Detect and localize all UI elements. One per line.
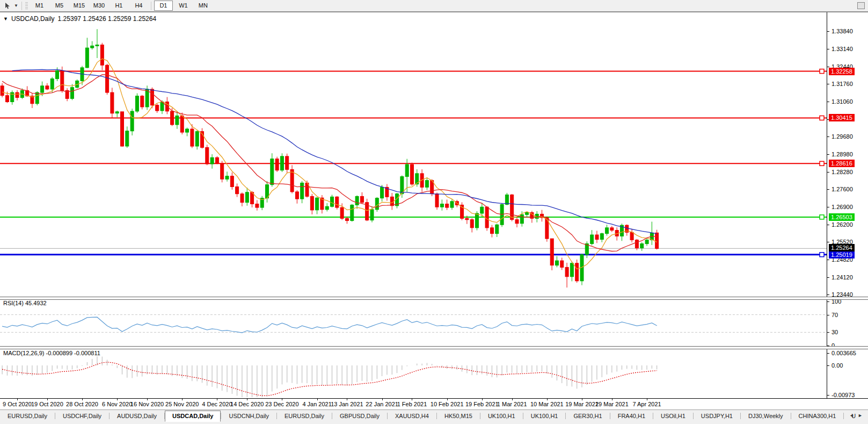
timeframe-toolbar: ▼ M1M5M15M30H1H4D1W1MN [0, 0, 868, 12]
moving-average-line [2, 75, 657, 251]
time-axis-tick [147, 399, 148, 400]
axis-tick-mark [827, 172, 829, 173]
hline-anchor [820, 215, 824, 219]
chart-tab-usdcnh-daily[interactable]: USDCNH,Daily [221, 411, 276, 422]
axis-tick-mark [827, 136, 829, 137]
price-level-chip: 1.30415 [829, 114, 855, 121]
axis-tick-mark [827, 301, 829, 302]
time-axis-label: 10 Feb 2021 [431, 401, 464, 407]
timeframe-button-mn[interactable]: MN [194, 1, 213, 11]
timeframe-button-m1[interactable]: M1 [30, 1, 49, 11]
time-axis-tick [282, 399, 282, 400]
axis-tick-mark [827, 395, 829, 396]
axis-tick-mark [827, 154, 829, 155]
macd-axis-label: 0.003665 [831, 350, 856, 356]
tab-scroll-right-icon[interactable]: ► [858, 413, 863, 418]
chart-tab-eurusd-daily[interactable]: EURUSD,Daily [277, 411, 332, 422]
time-axis-label: 6 Nov 2020 [102, 401, 132, 407]
time-axis-label: 23 Dec 2020 [265, 401, 298, 407]
time-axis-tick [547, 399, 548, 400]
time-axis-label: 19 Mar 2021 [565, 401, 599, 407]
time-axis-tick [482, 399, 483, 400]
cursor-tool-icon[interactable] [0, 1, 14, 11]
time-axis-label: 25 Nov 2020 [165, 401, 199, 407]
rsi-panel-splitter[interactable] [0, 297, 868, 300]
time-axis[interactable]: 9 Oct 202019 Oct 202028 Oct 20206 Nov 20… [0, 398, 868, 410]
timeframe-button-h4[interactable]: H4 [129, 1, 148, 11]
hline-anchor [820, 69, 824, 74]
time-axis-label: 14 Dec 2020 [230, 401, 264, 407]
price-axis-label: 1.31060 [831, 98, 853, 105]
macd-axis-label: -0.00973 [831, 392, 855, 398]
time-axis-tick [117, 399, 118, 400]
chart-symbol-period: USDCAD,Daily [11, 15, 55, 23]
axis-tick-mark [827, 365, 829, 366]
chart-tab-hk50-m15[interactable]: HK50,M15 [437, 411, 480, 422]
toolbar-grip-handle[interactable] [25, 2, 28, 10]
macd-panel-splitter[interactable] [0, 346, 868, 349]
chart-tab-gbpusd-daily[interactable]: GBPUSD,Daily [332, 411, 387, 422]
chart-tab-audusd-daily[interactable]: AUDUSD,Daily [110, 411, 164, 422]
time-axis-label: 22 Jan 2021 [366, 401, 398, 407]
axis-tick-mark [827, 31, 829, 32]
timeframe-button-d1[interactable]: D1 [154, 1, 173, 11]
axis-tick-mark [827, 225, 829, 225]
macd-indicator-label: MACD(12,26,9) -0.000899 -0.000811 [3, 350, 100, 356]
chart-tab-ger30-h1[interactable]: GER30,H1 [566, 411, 609, 422]
time-axis-label: 4 Jan 2021 [302, 401, 331, 407]
time-axis-tick [182, 399, 183, 400]
time-axis-tick [317, 399, 318, 400]
chart-tab-usdcad-daily[interactable]: USDCAD,Daily [165, 411, 221, 422]
timeframe-button-m5[interactable]: M5 [50, 1, 69, 11]
price-level-chip: 1.28616 [829, 160, 855, 167]
chart-tab-usoil-h1[interactable]: USOil,H1 [653, 411, 693, 422]
chart-tab-china300-h1[interactable]: CHINA300,H1 [791, 411, 844, 422]
chart-tab-usdchf-daily[interactable]: USDCHF,Daily [55, 411, 109, 422]
timeframe-button-w1[interactable]: W1 [174, 1, 193, 11]
chart-tab-xauusd-h4[interactable]: XAUUSD,H4 [388, 411, 436, 422]
cursor-tool-dropdown-icon[interactable]: ▼ [14, 3, 18, 8]
timeframe-buttons: M1M5M15M30H1H4D1W1MN [30, 1, 213, 11]
price-chart-canvas[interactable] [0, 12, 827, 398]
price-axis-label: 1.33840 [831, 28, 853, 34]
toolbar-corner-button[interactable] [857, 2, 865, 9]
arrow-cursor-icon [4, 2, 11, 10]
time-axis-tick [447, 399, 448, 400]
chart-tab-uk100-h1[interactable]: UK100,H1 [480, 411, 523, 422]
timeframe-button-h1[interactable]: H1 [110, 1, 128, 11]
chart-tab-usdjpy-h1[interactable]: USDJPY,H1 [694, 411, 740, 422]
toolbar-separator [21, 2, 22, 10]
time-axis-label: 9 Oct 2020 [3, 401, 32, 407]
time-axis-tick [17, 399, 18, 400]
price-axis-label: 1.29680 [831, 133, 853, 140]
moving-average-line [12, 70, 657, 234]
time-axis-label: 1 Feb 2021 [397, 401, 427, 407]
axis-tick-mark [827, 207, 829, 207]
chart-ohlc-values: 1.25397 1.25426 1.25259 1.25264 [58, 15, 157, 23]
chart-tab-dj30-weekly[interactable]: DJ30,Weekly [741, 411, 791, 422]
time-axis-label: 13 Jan 2021 [331, 401, 363, 407]
time-axis-tick [512, 399, 513, 400]
price-axis[interactable]: 1.338401.331401.324401.317601.310601.303… [827, 12, 868, 398]
timeframe-button-m15[interactable]: M15 [70, 1, 89, 11]
chart-window: ▼ USDCAD,Daily 1.25397 1.25426 1.25259 1… [0, 12, 868, 424]
time-axis-tick [412, 399, 412, 400]
axis-tick-mark [827, 189, 829, 190]
axis-tick-mark [827, 353, 829, 354]
price-axis-label: 1.31760 [831, 81, 853, 87]
candlestick-chart [0, 29, 827, 397]
tab-scroll-left-icon[interactable]: ◄ [849, 413, 854, 418]
symbol-dropdown-icon[interactable]: ▼ [3, 16, 8, 21]
time-axis-label: 4 Dec 2020 [202, 401, 232, 407]
timeframe-button-m30[interactable]: M30 [90, 1, 108, 11]
time-axis-tick [647, 399, 647, 400]
time-axis-label: 16 Nov 2020 [130, 401, 164, 407]
chart-tab-uk100-h1[interactable]: UK100,H1 [523, 411, 566, 422]
axis-tick-mark [827, 294, 829, 295]
chart-tab-eurusd-daily[interactable]: EURUSD,Daily [0, 411, 55, 422]
price-axis-label: 1.28280 [831, 169, 853, 175]
time-axis-tick [217, 399, 217, 400]
chart-tab-fra40-h1[interactable]: FRA40,H1 [610, 411, 653, 422]
time-axis-label: 7 Apr 2021 [632, 401, 661, 407]
time-axis-label: 29 Mar 2021 [595, 401, 629, 407]
